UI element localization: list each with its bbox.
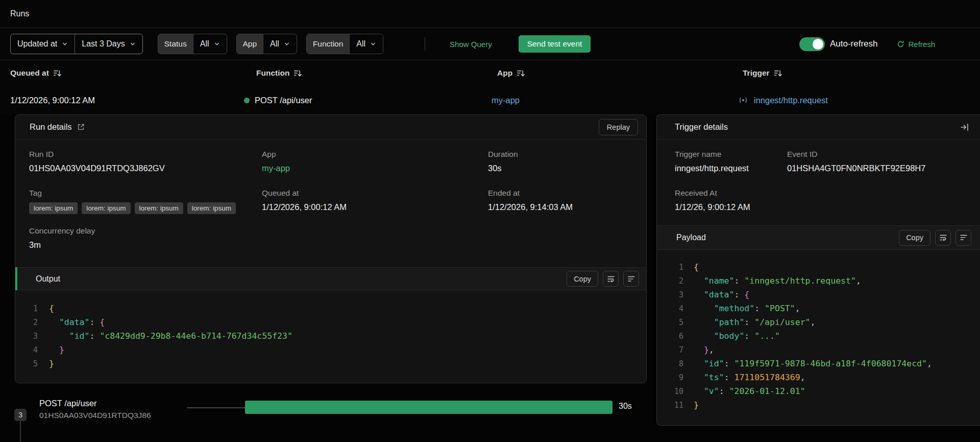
- wrap-text-button[interactable]: [935, 230, 951, 246]
- align-left-button[interactable]: [623, 271, 639, 287]
- line-number: 4: [15, 345, 38, 355]
- trigger-details-header: Trigger details: [657, 115, 980, 139]
- timeline-step-run-id: 01HS0AA03V04D91RTDQ3J86: [39, 411, 151, 420]
- app-value-link[interactable]: my-app: [262, 164, 290, 173]
- time-range-dropdown[interactable]: Last 3 Days: [75, 34, 142, 54]
- column-header-trigger[interactable]: Trigger: [743, 60, 782, 86]
- trigger-details-panel: Trigger details Trigger name inngest/htt…: [656, 114, 980, 426]
- field-trigger-name: Trigger name inngest/http.request: [675, 150, 749, 173]
- received-at-value: 1/12/26, 9:00:12 AM: [675, 202, 750, 212]
- status-filter-group: Status All: [158, 34, 227, 54]
- line-number: 2: [657, 276, 683, 286]
- code-line-content: }: [694, 400, 699, 410]
- align-left-icon: [960, 234, 968, 242]
- line-number: 5: [15, 359, 38, 368]
- field-event-id: Event ID 01HSHA4GT0FN0NRBKTF92E98H7: [787, 150, 925, 173]
- timeline-connector-vertical: [20, 421, 21, 442]
- field-label: Received At: [675, 189, 750, 198]
- code-line: 5 "path": "/api/user",: [657, 317, 980, 331]
- output-title: Output: [36, 274, 60, 284]
- column-label: Function: [256, 68, 289, 78]
- code-line: 3 "id": "c8429dd9-29b8-44e6-b714-767d34c…: [15, 331, 646, 345]
- code-line: 11}: [657, 400, 980, 414]
- copy-payload-button[interactable]: Copy: [899, 230, 930, 246]
- field-app: App my-app: [262, 150, 290, 173]
- code-line: 9 "ts": 1711051784369,: [657, 373, 980, 386]
- app-dropdown[interactable]: All: [263, 34, 297, 54]
- line-number: 7: [657, 345, 683, 355]
- collapse-panel-button[interactable]: [960, 123, 969, 131]
- runs-table-header: Queued at Function App Trigger: [0, 60, 980, 86]
- run-trigger-link[interactable]: inngest/http.request: [754, 96, 828, 105]
- sort-icon: [293, 69, 302, 78]
- field-label: Concurrency delay: [29, 226, 95, 236]
- code-line: 3 "data": {: [657, 290, 980, 304]
- auto-refresh-toggle[interactable]: [799, 37, 825, 51]
- line-number: 5: [657, 318, 683, 327]
- code-line: 4 "method": "POST",: [657, 304, 980, 317]
- run-details-header: Run details Replay: [15, 115, 646, 139]
- output-section-header: Output Copy: [15, 267, 646, 290]
- run-details-title: Run details: [30, 122, 72, 132]
- code-line: 6 "body": "...": [657, 331, 980, 345]
- code-line-content: "data": {: [694, 290, 749, 299]
- code-line-content: "v": "2026-01-12.01": [694, 386, 805, 396]
- pulse-icon: [738, 96, 749, 104]
- arrow-right-to-bar-icon: [960, 123, 969, 131]
- status-dropdown[interactable]: All: [193, 34, 227, 54]
- chevron-down-icon: [370, 41, 376, 47]
- run-trigger-cell: inngest/http.request: [738, 86, 828, 114]
- field-queued-at: Queued at 1/12/2026, 9:00:12 AM: [262, 189, 347, 212]
- column-header-function[interactable]: Function: [256, 60, 302, 86]
- refresh-icon: [897, 40, 904, 48]
- code-line-content: "id": "c8429dd9-29b8-44e6-b714-767d34c55…: [49, 331, 292, 341]
- column-header-queued-at[interactable]: Queued at: [10, 60, 62, 86]
- timeline-duration-bar[interactable]: [245, 401, 612, 414]
- show-query-link[interactable]: Show Query: [450, 40, 492, 49]
- column-header-app[interactable]: App: [497, 60, 525, 86]
- tag-badge: lorem: ipsum: [82, 202, 130, 214]
- align-left-button[interactable]: [955, 230, 971, 246]
- code-line: 5}: [15, 359, 646, 373]
- field-label: Run ID: [29, 150, 165, 159]
- topbar: Runs: [0, 0, 980, 28]
- run-details-panel: Run details Replay Run ID 01HS0AA03V04D9…: [15, 114, 647, 383]
- timeline-duration-label: 30s: [619, 402, 632, 411]
- tag-list: lorem: ipsum lorem: ipsum lorem: ipsum l…: [29, 202, 236, 214]
- field-label: App: [262, 150, 290, 159]
- code-line-content: },: [694, 345, 714, 355]
- tag-badge: lorem: ipsum: [29, 202, 78, 214]
- status-value: All: [200, 39, 209, 49]
- replay-button[interactable]: Replay: [599, 119, 638, 135]
- line-number: 9: [657, 373, 683, 382]
- tag-badge: lorem: ipsum: [135, 202, 183, 214]
- refresh-button[interactable]: Refresh: [897, 40, 935, 49]
- function-dropdown[interactable]: All: [350, 34, 383, 54]
- trigger-name-value: inngest/http.request: [675, 164, 749, 173]
- run-row[interactable]: 1/12/2026, 9:00:12 AM POST /api/user my-…: [0, 86, 980, 114]
- run-details-fields: Run ID 01HS0AA03V04D91RTDQ3J862GV App my…: [15, 139, 646, 267]
- code-line: 10 "v": "2026-01-12.01": [657, 386, 980, 400]
- column-label: Queued at: [10, 68, 49, 78]
- function-filter-label: Function: [307, 34, 350, 54]
- app-filter-label: App: [237, 34, 264, 54]
- code-line-content: "id": "119f5971-9878-46bd-a18f-4f0680174…: [694, 359, 932, 368]
- code-line: 1{: [15, 304, 646, 317]
- external-link-icon[interactable]: [77, 123, 85, 131]
- code-line: 1{: [657, 262, 980, 276]
- toggle-knob: [813, 39, 823, 50]
- chevron-down-icon: [214, 41, 220, 47]
- wrap-text-button[interactable]: [603, 271, 619, 287]
- line-number: 1: [657, 263, 683, 272]
- queued-at-value: 1/12/2026, 9:00:12 AM: [262, 202, 347, 212]
- timeline-step-name: POST /api/user: [39, 399, 151, 408]
- copy-output-button[interactable]: Copy: [567, 271, 598, 287]
- payload-title: Payload: [676, 233, 706, 242]
- code-line: 8 "id": "119f5971-9878-46bd-a18f-4f06801…: [657, 359, 980, 373]
- sort-field-dropdown[interactable]: Updated at: [11, 34, 75, 54]
- run-app-link[interactable]: my-app: [492, 86, 520, 114]
- send-test-event-button[interactable]: Send test event: [519, 35, 591, 53]
- auto-refresh-label: Auto-refresh: [830, 39, 878, 49]
- field-label: Queued at: [262, 189, 347, 198]
- field-ended-at: Ended at 1/12/2026, 9:14:03 AM: [488, 189, 573, 212]
